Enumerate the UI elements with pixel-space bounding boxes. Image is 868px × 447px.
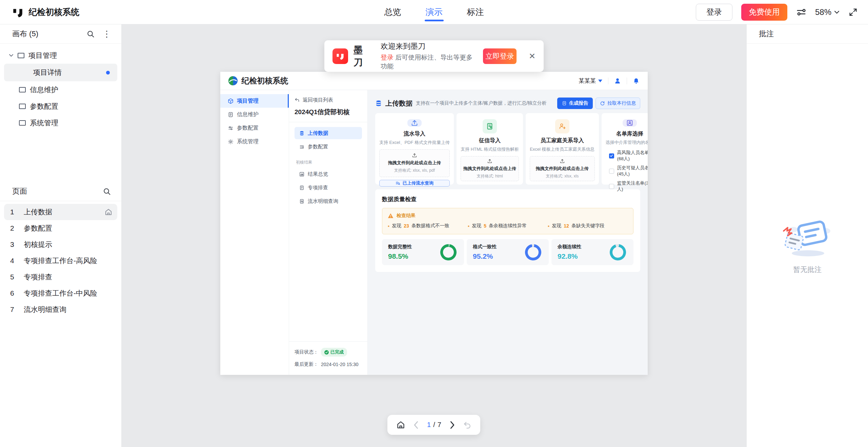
findings-row: • 发现 23 条数据格式不一致 • 发现 5 条余额连续性异常 [388, 223, 628, 229]
next-page-icon[interactable] [449, 421, 455, 429]
login-now-button[interactable]: 立即登录 [483, 48, 517, 64]
project-nav-special-check[interactable]: 专项排查 [295, 182, 362, 194]
nav-item-param-config[interactable]: 参数配置 [220, 121, 289, 135]
page-item-4[interactable]: 4 专项排查工作台-高风险 [4, 253, 117, 269]
family-dropzone[interactable]: 拖拽文件到此处或点击上传 支持格式: xlsx, xls [530, 156, 594, 181]
nav-item-system-manage[interactable]: 系统管理 [220, 135, 289, 148]
design-canvas[interactable]: 墨刀 欢迎来到墨刀 登录 后可使用标注、导出等更多功能 立即登录 ✕ 纪检初核系… [122, 24, 746, 447]
page-label: 专项排查 [24, 272, 113, 282]
bar-chart-icon [299, 172, 304, 177]
generate-report-button[interactable]: 生成报告 [557, 98, 593, 109]
user-icon[interactable] [614, 78, 621, 84]
tree-item-system-manage[interactable]: 系统管理 [0, 114, 121, 131]
project-nav-result-overview[interactable]: 结果总览 [295, 168, 362, 180]
annotations-panel: 批注 暂无批注 [746, 24, 868, 447]
app-title: 纪检初核系统 [28, 6, 79, 18]
tab-overview[interactable]: 总览 [384, 0, 401, 24]
content-subtitle: 支持在一个项目中上传多个主体/账户数据，进行汇总/独立分析 [416, 100, 547, 106]
card-credit-import: 征信导入 支持 HTML 格式征信报告解析 拖拽文件到此处或点击上传 支持格式:… [457, 113, 523, 185]
checkbox-unchecked-icon[interactable] [609, 184, 614, 189]
card-family-import: 员工家庭关系导入 Excel 模板上传员工家庭关系信息 拖拽文件到此处或点击上传… [526, 113, 599, 185]
document-search-icon [299, 199, 304, 204]
banner-login-link[interactable]: 登录 [381, 54, 393, 61]
checkbox-checked-icon[interactable] [609, 153, 614, 158]
more-options-icon[interactable]: ⋮ [102, 29, 111, 38]
layers-panel: 画布 (5) ⋮ 项目管理 项目详情 信息维护 [0, 24, 122, 447]
card-title: 征信导入 [479, 137, 501, 144]
nav-label: 结果总览 [308, 171, 328, 177]
search-icon[interactable] [86, 30, 95, 38]
card-namelist-select: 名单库选择 选择中介库管理内的名单 高风险人员名单(68人) 历史可疑人员名单(… [602, 113, 648, 185]
tree-item-project-detail[interactable]: 项目详情 [4, 64, 117, 81]
settings-sliders-icon[interactable] [796, 7, 806, 17]
tree-item-param-config[interactable]: 参数配置 [0, 98, 121, 114]
card-desc: 选择中介库管理内的名单 [606, 140, 648, 146]
login-button[interactable]: 登录 [696, 4, 732, 21]
empty-annotations-text: 暂无批注 [747, 265, 868, 274]
project-nav-upload-data[interactable]: 上传数据 [295, 127, 362, 139]
back-to-projects[interactable]: 返回项目列表 [295, 97, 362, 103]
nav-label: 信息维护 [237, 111, 259, 118]
page-item-1[interactable]: 1 上传数据 [4, 204, 117, 220]
bell-icon[interactable] [633, 78, 640, 84]
check-result-box: 检查结果 • 发现 23 条数据格式不一致 • [382, 208, 633, 234]
section-label-results: 初核结果 [296, 159, 362, 165]
pages-section-title: 页面 [12, 186, 27, 196]
page-label: 参数配置 [24, 224, 113, 233]
cube-icon [228, 98, 234, 104]
search-icon[interactable] [103, 187, 111, 196]
banner-subtitle: 登录 后可使用标注、导出等更多功能 [381, 53, 478, 71]
frame-icon [18, 53, 24, 58]
option-history-suspicious[interactable]: 历史可疑人员名单(45人) [609, 165, 648, 177]
frame-icon [19, 120, 26, 126]
project-nav-flow-detail-query[interactable]: 流水明细查询 [295, 195, 362, 207]
chevron-down-icon[interactable] [9, 54, 14, 57]
tree-item-info-maintain[interactable]: 信息维护 [0, 81, 121, 98]
pages-section-header: 页面 [0, 182, 121, 201]
nav-label: 参数配置 [308, 144, 328, 150]
prev-page-icon[interactable] [413, 421, 419, 429]
page-number: 6 [10, 289, 24, 297]
nav-item-info-maintain[interactable]: 信息维护 [220, 108, 289, 121]
page-item-2[interactable]: 2 参数配置 [4, 220, 117, 236]
database-icon [299, 131, 304, 136]
close-icon[interactable]: ✕ [529, 51, 536, 61]
person-add-icon [555, 119, 569, 133]
checkbox-unchecked-icon[interactable] [609, 169, 614, 174]
credit-dropzone[interactable]: 拖拽文件到此处或点击上传 支持格式: html [461, 156, 519, 181]
topbar-tabs: 总览 演示 标注 [384, 0, 484, 24]
nav-item-project-management[interactable]: 项目管理 [220, 94, 289, 108]
flow-dropzone[interactable]: 拖拽文件到此处或点击上传 支持格式: xlsx, xls, pdf [379, 149, 450, 177]
finding-item: • 发现 5 条余额连续性异常 [468, 223, 548, 229]
check-circle-icon [324, 350, 329, 355]
free-use-button[interactable]: 免费使用 [741, 4, 787, 21]
page-item-7[interactable]: 7 流水明细查询 [4, 301, 117, 318]
page-item-5[interactable]: 5 专项排查 [4, 269, 117, 285]
pull-refresh-icon [600, 101, 605, 106]
tree-item-project-management[interactable]: 项目管理 [0, 47, 121, 64]
user-menu[interactable]: 某某某 [579, 77, 602, 85]
option-high-risk[interactable]: 高风险人员名单(68人) [609, 150, 648, 162]
page-item-6[interactable]: 6 专项排查工作台-中风险 [4, 285, 117, 301]
presentation-pager: 1 / 7 [387, 415, 480, 435]
home-icon[interactable] [396, 420, 405, 429]
tab-annotate[interactable]: 标注 [467, 0, 484, 24]
document-up-icon [483, 119, 497, 133]
tab-present[interactable]: 演示 [426, 0, 443, 24]
card-title: 名单库选择 [616, 130, 643, 137]
zoom-control[interactable]: 58% [815, 7, 840, 17]
quality-title: 数据质量检查 [382, 195, 633, 203]
option-regulatory-watch[interactable]: 监管关注名单(32人) [609, 180, 648, 192]
card-desc: 支持 Excel、PDF 格式文件批量上传 [379, 140, 450, 146]
restart-icon[interactable] [463, 421, 471, 429]
total-pages: 7 [438, 421, 441, 429]
mockup-content: 上传数据 支持在一个项目中上传多个主体/账户数据，进行汇总/独立分析 生成报告 … [368, 90, 648, 375]
uploaded-flow-query-button[interactable]: 已上传流水查询 [379, 180, 450, 187]
nav-label: 项目管理 [237, 98, 259, 105]
project-nav-param-config[interactable]: 参数配置 [295, 141, 362, 153]
page-item-3[interactable]: 3 初核提示 [4, 236, 117, 253]
pull-bank-info-button[interactable]: 拉取本行信息 [596, 98, 640, 109]
annotations-empty-state: 暂无批注 [747, 213, 868, 274]
empty-annotations-illustration [780, 213, 834, 259]
fullscreen-icon[interactable] [848, 7, 858, 17]
